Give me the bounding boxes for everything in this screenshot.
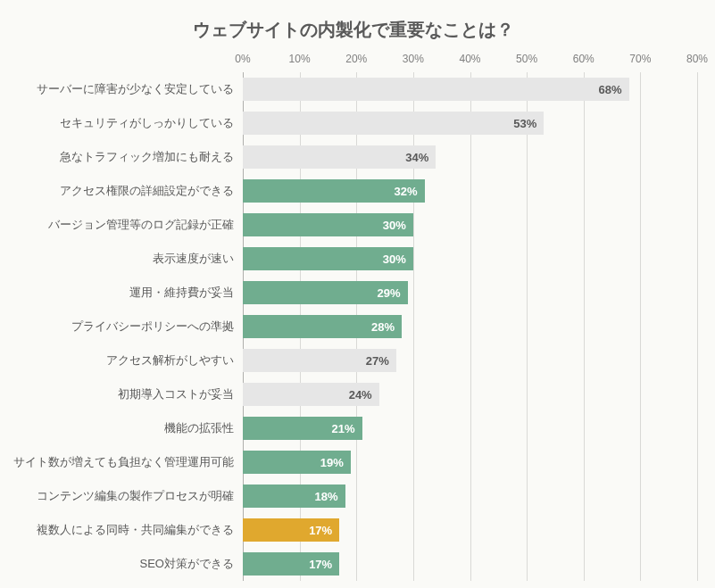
bar: 28% <box>243 315 402 338</box>
bar-row: 28% <box>243 310 697 344</box>
bar-row: 24% <box>243 377 697 411</box>
x-axis-tick: 40% <box>459 53 480 65</box>
bar-value-label: 18% <box>314 484 337 508</box>
bar-value-label: 24% <box>349 383 372 406</box>
grid-area: 68%53%34%32%30%30%29%28%27%24%21%19%18%1… <box>243 72 697 581</box>
bar: 53% <box>243 112 544 135</box>
bar-row: 30% <box>243 208 697 242</box>
bar-row: 17% <box>243 513 697 547</box>
x-axis-tick: 60% <box>573 53 594 65</box>
axis-spacer <box>9 51 243 72</box>
bar: 17% <box>243 518 339 542</box>
bar-row: 18% <box>243 479 697 513</box>
bar-value-label: 19% <box>320 451 344 474</box>
bar: 29% <box>243 281 408 304</box>
category-label: SEO対策ができる <box>9 547 243 581</box>
bar-row: 17% <box>243 547 697 581</box>
bar-value-label: 30% <box>383 247 406 270</box>
bar-value-label: 21% <box>332 417 355 440</box>
bar-value-label: 53% <box>513 112 536 135</box>
bar-value-label: 28% <box>371 315 395 338</box>
category-label: 機能の拡張性 <box>9 411 243 445</box>
category-label: 初期導入コストが妥当 <box>9 377 243 411</box>
gridline <box>697 72 698 581</box>
bar-row: 53% <box>243 106 697 140</box>
x-axis-tick: 30% <box>403 53 424 65</box>
x-axis-tick: 70% <box>629 53 651 65</box>
category-label: 急なトラフィック増加にも耐える <box>9 140 243 174</box>
bar-row: 27% <box>243 344 697 377</box>
plot-area: 0%10%20%30%40%50%60%70%80% 68%53%34%32%3… <box>243 51 697 581</box>
chart-body: サーバーに障害が少なく安定しているセキュリティがしっかりしている急なトラフィック… <box>9 51 697 581</box>
x-axis-tick: 50% <box>516 53 537 65</box>
bar-row: 30% <box>243 242 697 276</box>
category-labels: サーバーに障害が少なく安定しているセキュリティがしっかりしている急なトラフィック… <box>9 72 243 581</box>
bar-value-label: 17% <box>309 552 332 576</box>
x-axis-tick: 0% <box>235 53 250 65</box>
category-label: 複数人による同時・共同編集ができる <box>9 513 243 547</box>
x-axis-tick: 20% <box>345 53 367 65</box>
category-label: プライバシーポリシーへの準拠 <box>9 310 243 344</box>
bar: 18% <box>243 484 345 508</box>
chart-container: ウェブサイトの内製化で重要なことは？ サーバーに障害が少なく安定しているセキュリ… <box>0 0 715 588</box>
category-label: バージョン管理等のログ記録が正確 <box>9 208 243 242</box>
category-label: サイト数が増えても負担なく管理運用可能 <box>9 445 243 479</box>
category-label: コンテンツ編集の製作プロセスが明確 <box>9 479 243 513</box>
bar: 32% <box>243 179 425 203</box>
category-label: アクセス解析がしやすい <box>9 344 243 377</box>
bars: 68%53%34%32%30%30%29%28%27%24%21%19%18%1… <box>243 72 697 581</box>
bar: 19% <box>243 451 351 474</box>
category-label: 運用・維持費が妥当 <box>9 276 243 310</box>
x-axis-tick: 10% <box>289 53 311 65</box>
category-label: セキュリティがしっかりしている <box>9 106 243 140</box>
category-label: 表示速度が速い <box>9 242 243 276</box>
category-label: アクセス権限の詳細設定ができる <box>9 174 243 208</box>
bar-value-label: 32% <box>395 179 418 203</box>
bar-value-label: 29% <box>377 281 400 304</box>
bar: 34% <box>243 145 436 169</box>
bar: 30% <box>243 213 413 236</box>
bar: 27% <box>243 349 396 372</box>
bar-row: 29% <box>243 276 697 310</box>
bar-row: 68% <box>243 72 697 106</box>
x-axis: 0%10%20%30%40%50%60%70%80% <box>243 51 697 72</box>
category-label: サーバーに障害が少なく安定している <box>9 72 243 106</box>
bar: 68% <box>243 78 629 101</box>
bar-row: 32% <box>243 174 697 208</box>
bar: 30% <box>243 247 413 270</box>
bar-value-label: 30% <box>383 213 406 236</box>
bar-value-label: 68% <box>599 78 622 101</box>
bar: 17% <box>243 552 339 576</box>
bar-value-label: 34% <box>405 145 428 169</box>
x-axis-tick: 80% <box>686 53 708 65</box>
bar-row: 21% <box>243 411 697 445</box>
bar-row: 19% <box>243 445 697 479</box>
bar-row: 34% <box>243 140 697 174</box>
bar: 24% <box>243 383 379 406</box>
x-axis-ticks: 0%10%20%30%40%50%60%70%80% <box>243 51 697 72</box>
chart-title: ウェブサイトの内製化で重要なことは？ <box>9 18 697 42</box>
bar-value-label: 17% <box>309 518 332 542</box>
bar-value-label: 27% <box>366 349 389 372</box>
bar: 21% <box>243 417 362 440</box>
y-axis-labels: サーバーに障害が少なく安定しているセキュリティがしっかりしている急なトラフィック… <box>9 51 243 581</box>
